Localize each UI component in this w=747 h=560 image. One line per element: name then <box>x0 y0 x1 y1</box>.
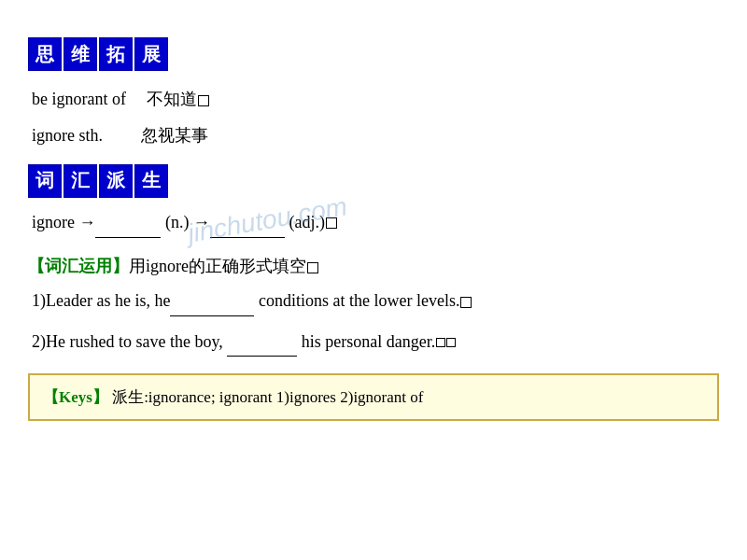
char-hui: 汇 <box>63 164 97 198</box>
char-tuo: 拓 <box>99 37 133 71</box>
square-5 <box>436 338 445 347</box>
page-container: 思 维 拓 展 be ignorant of 不知道 ignore sth. 忽… <box>0 0 747 440</box>
square-6 <box>446 338 456 347</box>
keys-box: 【Keys】 派生:ignorance; ignorant 1)ignores … <box>28 373 719 421</box>
vocab-phrase-2: ignore sth. <box>32 126 103 145</box>
exercise-2: 2)He rushed to save the boy, his persona… <box>28 328 719 357</box>
usage-bracket-close: 】 <box>112 257 129 275</box>
usage-instruction: 用ignore的正确形式填空 <box>129 257 306 275</box>
vocab-line-1: be ignorant of 不知道 <box>32 86 719 113</box>
keys-bracket-close: 】 <box>92 388 108 406</box>
keys-content: 派生:ignorance; ignorant 1)ignores 2)ignor… <box>112 388 423 406</box>
header-cihui-paisheng: 词 汇 派 生 <box>28 164 719 198</box>
derivation-line: ignore → (n.) → (adj.) <box>28 207 719 238</box>
char-zhan: 展 <box>134 37 168 71</box>
vocab-meaning-1: 不知道 <box>147 90 197 108</box>
keys-label: Keys <box>59 388 92 406</box>
usage-title-text: 词汇运用 <box>45 257 112 275</box>
char-pai: 派 <box>99 164 133 198</box>
square-2 <box>326 217 337 229</box>
q1-prefix: 1)Leader as he is, he <box>32 291 170 310</box>
blank-noun <box>95 207 161 238</box>
char-wei: 维 <box>63 37 97 71</box>
blank-q2 <box>227 328 297 357</box>
vocab-line-2: ignore sth. 忽视某事 <box>32 122 719 149</box>
derivation-suffix: (adj.) <box>289 213 324 231</box>
derivation-mid: (n.) → <box>165 213 210 231</box>
square-1 <box>198 95 209 106</box>
char-ci: 词 <box>28 164 62 198</box>
vocabulary-block: be ignorant of 不知道 ignore sth. 忽视某事 <box>28 86 719 149</box>
exercise-1: 1)Leader as he is, he conditions at the … <box>28 287 719 316</box>
derivation-prefix: ignore → <box>32 213 95 231</box>
keys-bracket-open: 【 <box>43 388 59 406</box>
q1-suffix: conditions at the lower levels. <box>259 291 459 310</box>
header-siwei-tuozhan: 思 维 拓 展 <box>28 37 719 71</box>
square-3 <box>307 262 318 273</box>
vocab-meaning-2: 忽视某事 <box>141 126 208 145</box>
q2-prefix: 2)He rushed to save the boy, <box>32 332 223 351</box>
usage-section: 【词汇运用】用ignore的正确形式填空 <box>28 255 719 277</box>
square-4 <box>460 297 472 308</box>
usage-title-line: 【词汇运用】用ignore的正确形式填空 <box>28 255 719 277</box>
blank-q1 <box>170 287 254 316</box>
char-sheng: 生 <box>134 164 168 198</box>
char-si: 思 <box>28 37 62 71</box>
q2-suffix: his personal danger. <box>302 332 435 351</box>
vocab-phrase-1: be ignorant of <box>32 90 126 108</box>
usage-bracket-open: 【 <box>28 257 45 275</box>
blank-adj <box>210 207 285 238</box>
